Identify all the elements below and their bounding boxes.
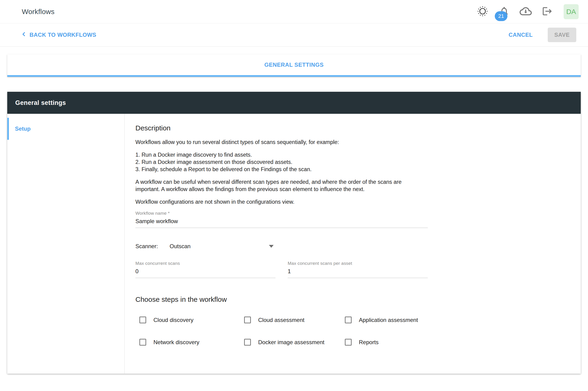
workflow-name-label: Workflow name * bbox=[135, 211, 428, 216]
chevron-left-icon bbox=[21, 31, 27, 39]
option-label: Cloud discovery bbox=[153, 317, 194, 323]
panel-body: Setup Description Workflows allow you to… bbox=[7, 114, 581, 374]
checkbox-cloud-assessment[interactable] bbox=[244, 316, 251, 323]
description-step: 1. Run a Docker image discovery to find … bbox=[135, 151, 581, 159]
notifications-button[interactable]: 21 bbox=[498, 6, 510, 18]
description-intro: Workflows allow you to run several disti… bbox=[135, 139, 420, 146]
dropdown-caret-icon bbox=[269, 245, 274, 248]
checkbox-reports[interactable] bbox=[345, 339, 352, 346]
cancel-button[interactable]: CANCEL bbox=[509, 32, 533, 38]
description-steps: 1. Run a Docker image discovery to find … bbox=[135, 151, 581, 173]
option-label: Docker image assessment bbox=[258, 339, 325, 346]
checkbox-cloud-discovery[interactable] bbox=[139, 316, 146, 323]
scanner-label: Scanner: bbox=[135, 243, 158, 250]
option-reports[interactable]: Reports bbox=[345, 339, 581, 346]
back-link-label: BACK TO WORKFLOWS bbox=[29, 32, 96, 38]
logout-icon bbox=[542, 6, 553, 17]
description-step: 3. Finally, schedule a Report to be deli… bbox=[135, 166, 581, 173]
checkbox-network-discovery[interactable] bbox=[139, 339, 146, 346]
download-button[interactable] bbox=[520, 6, 532, 18]
max-concurrent-scans-per-asset-field: Max concurrent scans per asset bbox=[288, 261, 428, 278]
max-concurrent-scans-per-asset-input[interactable] bbox=[288, 266, 428, 278]
app-bar: Workflows bbox=[0, 0, 588, 23]
sidebar-item-setup[interactable]: Setup bbox=[7, 118, 124, 140]
option-label: Cloud assessment bbox=[258, 317, 304, 323]
scanner-row: Scanner: Outscan bbox=[135, 243, 274, 250]
save-button[interactable]: SAVE bbox=[548, 28, 576, 42]
max-concurrent-scans-input[interactable] bbox=[135, 266, 275, 278]
tab-general-settings[interactable]: GENERAL SETTINGS bbox=[264, 62, 324, 68]
option-label: Reports bbox=[359, 339, 378, 346]
scanner-select[interactable]: Outscan bbox=[170, 243, 274, 250]
max-concurrent-scans-per-asset-label: Max concurrent scans per asset bbox=[288, 261, 428, 266]
panel-sidebar: Setup bbox=[7, 114, 125, 374]
panel-title: General settings bbox=[15, 99, 66, 106]
checkbox-application-assessment[interactable] bbox=[345, 316, 352, 323]
general-settings-panel: General settings Setup Description Workf… bbox=[7, 92, 581, 374]
option-docker-image-assessment[interactable]: Docker image assessment bbox=[244, 339, 345, 346]
workflow-name-field: Workflow name * bbox=[135, 211, 428, 228]
brightness-icon bbox=[477, 6, 488, 17]
workflow-name-input[interactable] bbox=[135, 216, 428, 228]
option-label: Application assessment bbox=[359, 317, 418, 323]
avatar[interactable]: DA bbox=[564, 4, 579, 19]
toolbar-buttons: CANCEL SAVE bbox=[509, 28, 576, 42]
choose-steps-heading: Choose steps in the workflow bbox=[135, 295, 581, 303]
option-label: Network discovery bbox=[153, 339, 199, 346]
workflow-steps-options: Cloud discovery Cloud assessment Applica… bbox=[135, 316, 581, 346]
option-cloud-discovery[interactable]: Cloud discovery bbox=[139, 316, 244, 323]
back-to-workflows-link[interactable]: BACK TO WORKFLOWS bbox=[21, 31, 96, 39]
tab-bar: GENERAL SETTINGS bbox=[7, 54, 581, 77]
logout-button[interactable] bbox=[541, 6, 553, 18]
max-concurrent-scans-field: Max concurrent scans bbox=[135, 261, 275, 278]
option-network-discovery[interactable]: Network discovery bbox=[139, 339, 244, 346]
option-application-assessment[interactable]: Application assessment bbox=[345, 316, 581, 323]
page-title: Workflows bbox=[22, 8, 55, 16]
app-bar-actions: 21 DA bbox=[476, 4, 579, 19]
description-note2: Workflow configurations are not shown in… bbox=[135, 198, 420, 205]
brightness-button[interactable] bbox=[476, 6, 489, 18]
option-cloud-assessment[interactable]: Cloud assessment bbox=[244, 316, 345, 323]
concurrency-fields: Max concurrent scans Max concurrent scan… bbox=[135, 261, 581, 278]
panel-content: Description Workflows allow you to run s… bbox=[125, 114, 581, 374]
description-note1: A workflow can be useful when several di… bbox=[135, 178, 420, 193]
scanner-selected-value: Outscan bbox=[170, 243, 190, 250]
description-step: 2. Run a Docker image assessment on thos… bbox=[135, 159, 581, 166]
action-toolbar: BACK TO WORKFLOWS CANCEL SAVE bbox=[0, 23, 588, 47]
checkbox-docker-image-assessment[interactable] bbox=[244, 339, 251, 346]
max-concurrent-scans-label: Max concurrent scans bbox=[135, 261, 275, 266]
panel-header: General settings bbox=[7, 92, 581, 114]
notification-count-badge: 21 bbox=[495, 11, 507, 21]
description-heading: Description bbox=[135, 124, 581, 132]
cloud-download-icon bbox=[520, 5, 532, 18]
